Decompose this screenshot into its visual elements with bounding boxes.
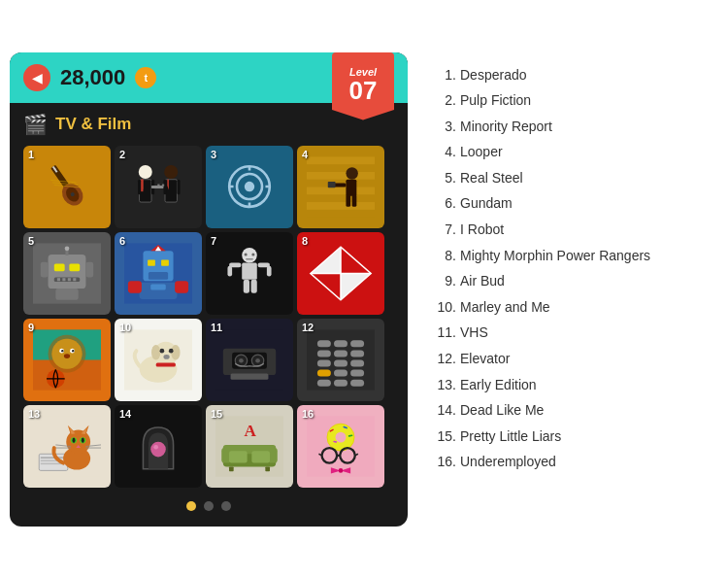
svg-point-89 (51, 338, 82, 368)
tile-8-number: 8 (302, 235, 308, 247)
svg-rect-119 (334, 350, 347, 357)
dot-3[interactable] (221, 501, 231, 511)
level-badge: Level 07 (332, 52, 394, 120)
tile-14[interactable]: 14 (115, 405, 202, 488)
tile-14-number: 14 (119, 408, 131, 420)
svg-point-76 (245, 253, 248, 255)
svg-rect-123 (350, 359, 364, 366)
tile-1[interactable]: 1 (23, 146, 111, 228)
svg-rect-105 (156, 362, 176, 366)
tile-5[interactable]: 5 (23, 232, 111, 315)
tile-2[interactable]: 2 (115, 146, 202, 228)
tile-2-number: 2 (119, 149, 125, 160)
dot-2[interactable] (204, 501, 214, 511)
tile-13[interactable]: 13 (23, 405, 111, 488)
answer-num-15: 15. (427, 424, 456, 450)
tile-9[interactable]: 9 (23, 319, 111, 401)
tile-3-number: 3 (211, 149, 216, 160)
svg-point-9 (139, 164, 152, 178)
answer-text-3: Minority Report (460, 114, 552, 140)
tile-4-number: 4 (302, 149, 308, 160)
tile-7[interactable]: 7 (206, 232, 293, 315)
pagination-dots (10, 501, 408, 511)
answers-panel: 1. Desperado 2. Pulp Fiction 3. Minority… (427, 52, 679, 486)
tile-8[interactable]: 8 (297, 232, 384, 315)
svg-rect-159 (229, 451, 248, 462)
svg-rect-58 (148, 259, 155, 265)
answer-item-16: 16. Underemployed (427, 449, 679, 475)
tile-4[interactable]: 4 (297, 146, 384, 228)
svg-rect-47 (57, 278, 60, 281)
answer-item-2: 2. Pulp Fiction (427, 87, 679, 114)
svg-point-103 (169, 348, 174, 353)
svg-point-92 (61, 350, 63, 352)
answer-text-14: Dead Like Me (460, 397, 544, 424)
svg-rect-69 (242, 262, 257, 279)
svg-point-144 (82, 437, 84, 442)
svg-rect-50 (73, 278, 76, 281)
svg-point-77 (251, 253, 254, 255)
svg-rect-13 (138, 179, 141, 194)
tile-10[interactable]: 10 (115, 319, 202, 401)
svg-rect-48 (62, 278, 65, 281)
answer-num-7: 7. (427, 217, 456, 243)
answer-item-9: 9. Air Bud (427, 268, 679, 294)
answer-num-10: 10. (427, 294, 456, 321)
svg-rect-44 (54, 263, 65, 271)
answer-text-12: Elevator (460, 346, 510, 372)
game-panel: ◀ 28,000 t Level 07 🎬 TV & Film 1 (10, 52, 408, 527)
tiles-grid: 1 2 (10, 146, 408, 488)
svg-rect-160 (251, 451, 270, 462)
tile-6[interactable]: 6 (115, 232, 202, 315)
svg-rect-35 (307, 202, 375, 210)
answer-text-6: Gundam (460, 190, 513, 217)
svg-point-143 (72, 437, 75, 442)
svg-point-152 (153, 444, 158, 449)
svg-point-102 (160, 348, 165, 353)
svg-rect-37 (346, 179, 356, 195)
svg-rect-64 (150, 284, 166, 289)
svg-rect-75 (251, 279, 257, 292)
tile-3[interactable]: 3 (206, 146, 293, 228)
svg-rect-55 (55, 289, 78, 300)
svg-rect-120 (350, 350, 364, 357)
answer-item-10: 10. Marley and Me (427, 294, 679, 321)
back-button[interactable]: ◀ (23, 64, 50, 91)
svg-rect-115 (317, 340, 331, 347)
tile-12-number: 12 (302, 322, 314, 333)
score-display: 28,000 (60, 65, 125, 90)
svg-rect-126 (350, 369, 364, 376)
svg-point-112 (255, 357, 260, 362)
svg-rect-65 (128, 281, 142, 292)
answer-text-7: I Robot (460, 217, 504, 243)
svg-rect-124 (317, 369, 331, 376)
tile-15-number: 15 (211, 408, 222, 420)
svg-rect-54 (85, 261, 93, 277)
answer-item-1: 1. Desperado (427, 62, 679, 88)
header-left: ◀ 28,000 t (23, 64, 156, 91)
tile-12[interactable]: 12 (297, 319, 384, 401)
svg-rect-121 (317, 359, 331, 366)
svg-rect-161 (229, 466, 234, 471)
answer-item-5: 5. Real Steel (427, 165, 679, 191)
svg-point-93 (72, 350, 74, 352)
svg-rect-49 (68, 278, 71, 281)
svg-rect-33 (307, 171, 375, 179)
svg-rect-117 (350, 340, 364, 347)
svg-rect-113 (231, 373, 269, 379)
tile-15[interactable]: 15 A (206, 405, 293, 488)
svg-rect-34 (307, 187, 375, 194)
answer-text-8: Mighty Morphin Power Rangers (460, 243, 650, 269)
tile-16[interactable]: 16 (297, 405, 384, 488)
tile-10-number: 10 (119, 322, 131, 333)
svg-rect-62 (149, 271, 168, 279)
svg-point-165 (336, 431, 347, 442)
answer-text-13: Early Edition (460, 372, 537, 398)
tile-11[interactable]: 11 (206, 319, 293, 401)
coin-icon: t (135, 67, 156, 88)
answer-text-4: Looper (460, 139, 503, 165)
answer-num-3: 3. (427, 114, 456, 140)
svg-rect-128 (334, 379, 347, 386)
answer-text-1: Desperado (460, 62, 527, 88)
dot-1[interactable] (186, 501, 196, 511)
